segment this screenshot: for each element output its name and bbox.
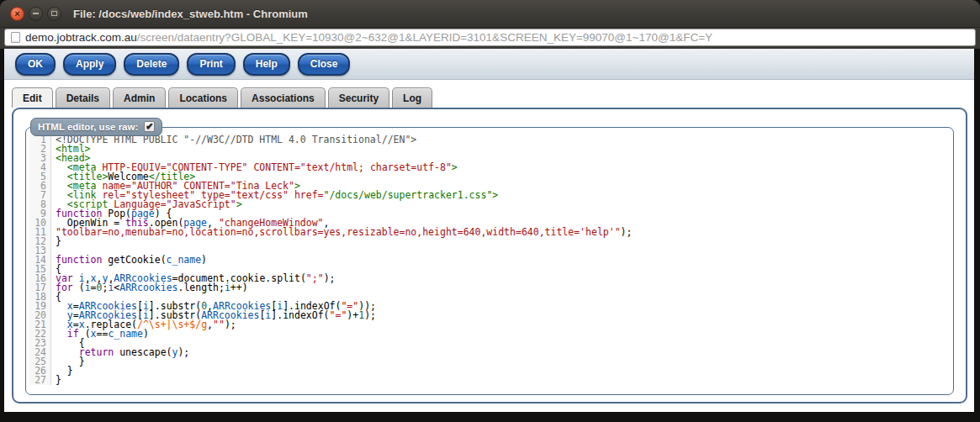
window-title: File: /docs/web/index_stweb.htm - Chromi… xyxy=(73,8,308,20)
code-line-text: } xyxy=(51,237,61,246)
code-line: 1<!DOCTYPE HTML PUBLIC "-//W3C//DTD HTML… xyxy=(29,135,950,145)
code-line-text: for (i=0;i<ARRcookies.length;i++) xyxy=(51,283,248,293)
code-line-text: } xyxy=(51,367,73,376)
tab-locations[interactable]: Locations xyxy=(168,87,238,108)
tab-bar: EditDetailsAdminLocationsAssociationsSec… xyxy=(4,80,974,108)
tab-log[interactable]: Log xyxy=(392,87,432,108)
toolbar-button-apply[interactable]: Apply xyxy=(63,53,116,76)
code-editor[interactable]: 1<!DOCTYPE HTML PUBLIC "-//W3C//DTD HTML… xyxy=(29,135,950,385)
html-editor-fieldset: HTML editor, use raw: ✔ 1<!DOCTYPE HTML … xyxy=(25,127,954,395)
url-path: /screen/dataentry?GLOBAL_KEY=10930@2~632… xyxy=(137,31,712,44)
code-line: 12} xyxy=(29,237,950,246)
code-line: 22 if (x==c_name) xyxy=(29,330,950,339)
page-icon xyxy=(11,32,20,43)
toolbar-button-delete[interactable]: Delete xyxy=(124,53,179,76)
minimize-icon[interactable] xyxy=(29,7,43,21)
line-number: 27 xyxy=(29,376,51,385)
code-line: 11"toolbar=no,menubar=no,location=no,scr… xyxy=(29,228,950,237)
url-bar: demo.jobtrack.com.au/screen/dataentry?GL… xyxy=(0,28,980,49)
code-line-text: <!DOCTYPE HTML PUBLIC "-//W3C//DTD HTML … xyxy=(51,135,416,145)
code-line: 2<html> xyxy=(29,145,950,154)
toolbar: OKApplyDeletePrintHelpClose xyxy=(4,49,974,80)
code-line-text: } xyxy=(51,376,61,385)
html-raw-checkbox[interactable]: ✔ xyxy=(144,121,155,132)
code-line: 14function getCookie(c_name) xyxy=(29,256,950,265)
code-line: 26 } xyxy=(29,367,950,376)
url-text: demo.jobtrack.com.au/screen/dataentry?GL… xyxy=(25,31,712,44)
browser-window: × File: /docs/web/index_stweb.htm - Chro… xyxy=(0,0,980,422)
toolbar-button-help[interactable]: Help xyxy=(243,53,290,76)
code-line: 24 return unescape(y); xyxy=(29,348,950,357)
code-line-text: function getCookie(c_name) xyxy=(51,256,207,265)
toolbar-button-ok[interactable]: OK xyxy=(15,53,56,76)
maximize-icon[interactable] xyxy=(47,7,61,21)
tab-admin[interactable]: Admin xyxy=(113,87,166,108)
code-line: 21 x=x.replace(/^\s+|\s+$/g,""); xyxy=(29,320,950,330)
tab-details[interactable]: Details xyxy=(56,87,110,108)
html-editor-legend: HTML editor, use raw: ✔ xyxy=(30,118,162,136)
title-bar[interactable]: × File: /docs/web/index_stweb.htm - Chro… xyxy=(0,0,980,28)
code-line: 27} xyxy=(29,376,950,385)
page-content: OKApplyDeletePrintHelpClose EditDetailsA… xyxy=(4,49,974,412)
code-line: 25 } xyxy=(29,357,950,367)
toolbar-button-close[interactable]: Close xyxy=(298,53,351,76)
code-line-text: "toolbar=no,menubar=no,location=no,scrol… xyxy=(51,228,632,237)
tab-security[interactable]: Security xyxy=(328,87,389,108)
close-icon[interactable]: × xyxy=(10,7,24,21)
tab-edit[interactable]: Edit xyxy=(12,87,53,108)
code-line: 17for (i=0;i<ARRcookies.length;i++) xyxy=(29,283,950,293)
toolbar-button-print[interactable]: Print xyxy=(187,53,235,76)
url-domain: demo.jobtrack.com.au xyxy=(25,31,137,44)
content-panel: HTML editor, use raw: ✔ 1<!DOCTYPE HTML … xyxy=(12,108,967,404)
tab-associations[interactable]: Associations xyxy=(241,87,326,108)
url-input[interactable]: demo.jobtrack.com.au/screen/dataentry?GL… xyxy=(4,29,976,46)
html-editor-legend-label: HTML editor, use raw: xyxy=(38,122,138,132)
